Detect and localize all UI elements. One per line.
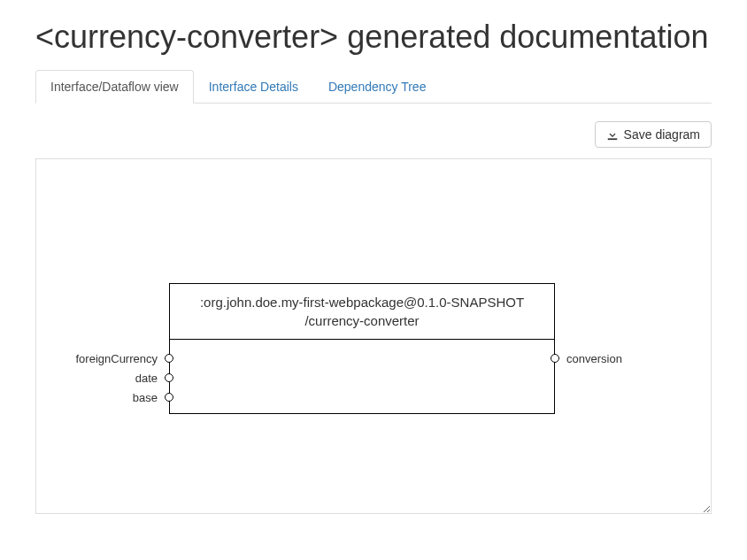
tab-interface-dataflow[interactable]: Interface/Dataflow view (35, 70, 194, 104)
diagram-panel: :org.john.doe.my-first-webpackage@0.1.0-… (35, 158, 712, 514)
svg-rect-0 (607, 139, 617, 141)
port-label: conversion (566, 352, 622, 365)
component-box[interactable]: :org.john.doe.my-first-webpackage@0.1.0-… (169, 283, 555, 414)
toolbar: Save diagram (35, 121, 712, 148)
diagram-area: :org.john.doe.my-first-webpackage@0.1.0-… (45, 168, 702, 504)
save-diagram-label: Save diagram (624, 127, 700, 142)
port-label: date (135, 372, 158, 385)
port-label: foreignCurrency (76, 352, 158, 365)
port-circle-icon (165, 354, 173, 363)
port-circle-icon (165, 393, 173, 402)
tab-interface-details[interactable]: Interface Details (194, 70, 313, 104)
tab-dependency-tree[interactable]: Dependency Tree (313, 70, 442, 104)
output-port-conversion[interactable]: conversion (551, 354, 559, 363)
input-port-date[interactable]: date (165, 373, 173, 382)
component-header: :org.john.doe.my-first-webpackage@0.1.0-… (170, 284, 554, 340)
save-diagram-button[interactable]: Save diagram (595, 121, 712, 148)
input-port-foreignCurrency[interactable]: foreignCurrency (165, 354, 173, 363)
page-title: <currency-converter> generated documenta… (35, 18, 712, 56)
port-circle-icon (165, 373, 173, 382)
port-label: base (133, 391, 158, 404)
tabs-bar: Interface/Dataflow view Interface Detail… (35, 70, 712, 104)
input-port-base[interactable]: base (165, 393, 173, 402)
port-circle-icon (551, 354, 559, 363)
download-icon (606, 128, 619, 141)
